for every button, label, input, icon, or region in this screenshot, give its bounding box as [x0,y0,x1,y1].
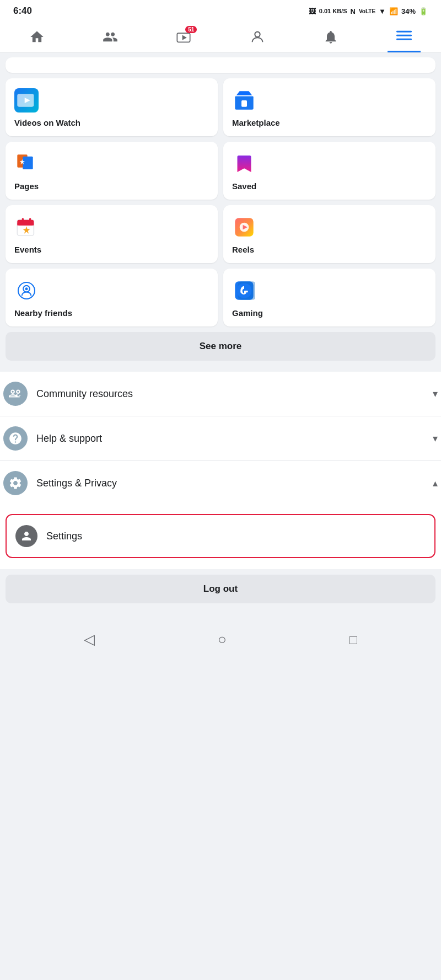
see-more-button[interactable]: See more [6,332,435,361]
status-bar: 6:40 🖼 0.01 KB/S N VoLTE ▼ 📶 34% 🔋 [0,0,441,20]
card-pages[interactable]: Pages [6,142,218,200]
card-events[interactable]: Events [6,205,218,263]
main-content: Videos on Watch Pages [0,53,441,617]
divider-1 [0,367,441,372]
time: 6:40 [13,6,32,17]
videos-watch-label: Videos on Watch [14,118,209,127]
card-reels[interactable]: Reels [223,205,435,263]
svg-rect-3 [396,31,412,33]
card-marketplace[interactable]: Marketplace [223,78,435,136]
friends-icon [103,29,118,47]
nav-menu[interactable] [388,23,421,52]
battery-icon: 🔋 [419,7,428,15]
nav-bar: 51 [0,20,441,53]
card-gaming[interactable]: Gaming [223,269,435,326]
card-nearby-friends[interactable]: Nearby friends [6,269,218,326]
cards-grid: Videos on Watch Pages [6,78,435,326]
settings-highlighted-wrapper: Settings [0,505,441,569]
image-icon: 🖼 [309,7,316,15]
settings-avatar [15,525,37,547]
reels-icon [232,215,256,239]
logout-button[interactable]: Log out [6,575,435,603]
partial-card-top [6,57,435,73]
nav-home[interactable] [20,25,53,52]
svg-rect-13 [17,223,34,225]
pages-label: Pages [14,181,209,191]
list-section: Community resources ▾ Help & support ▾ S… [0,372,441,569]
community-icon [3,382,28,406]
settings-label: Settings [46,531,82,542]
marketplace-icon [232,88,256,113]
nav-notifications[interactable] [314,25,347,52]
watch-badge: 51 [185,26,197,33]
network-info: 0.01 KB/S [319,8,347,14]
gaming-icon [232,279,256,303]
list-item-community[interactable]: Community resources ▾ [0,372,441,416]
bottom-nav: ◁ ○ □ [0,622,441,659]
svg-marker-1 [182,35,187,40]
saved-icon [232,152,256,176]
card-videos-watch[interactable]: Videos on Watch [6,78,218,136]
events-label: Events [14,245,209,254]
svg-rect-21 [241,100,247,107]
settings-item[interactable]: Settings [7,515,434,557]
help-chevron: ▾ [433,432,438,445]
settings-privacy-icon [3,471,28,495]
svg-point-2 [255,32,260,37]
svg-point-17 [18,282,35,299]
profile-icon [250,29,265,47]
svg-point-19 [25,287,28,290]
community-chevron: ▾ [433,388,438,400]
svg-rect-5 [396,39,412,40]
signal-icon: 📶 [389,7,398,15]
community-label: Community resources [36,388,433,400]
nearby-friends-label: Nearby friends [14,308,209,318]
marketplace-label: Marketplace [232,118,427,127]
saved-label: Saved [232,181,427,191]
reels-label: Reels [232,245,427,254]
settings-privacy-label: Settings & Privacy [36,478,433,489]
card-saved[interactable]: Saved [223,142,435,200]
home-circle-button[interactable]: ○ [218,631,227,648]
settings-privacy-chevron: ▴ [433,477,438,489]
pages-icon [14,152,39,176]
battery-percent: 34% [401,7,416,15]
nav-watch[interactable]: 51 [167,25,200,52]
settings-highlighted-container: Settings [6,514,435,558]
nav-profile[interactable] [241,25,274,52]
volte-icon: VoLTE [359,8,375,14]
svg-rect-9 [23,157,33,169]
svg-rect-27 [244,291,248,292]
help-icon [3,426,28,451]
recents-button[interactable]: □ [349,632,358,647]
bell-icon [323,29,338,47]
svg-rect-15 [29,218,31,222]
gaming-label: Gaming [232,308,427,318]
events-icon [14,215,39,239]
hamburger-icon [396,28,412,45]
svg-rect-14 [22,218,24,222]
status-icons: 🖼 0.01 KB/S N VoLTE ▼ 📶 34% 🔋 [309,7,428,15]
list-item-settings-privacy[interactable]: Settings & Privacy ▴ [0,461,441,505]
nearby-friends-icon [14,279,39,303]
list-item-help[interactable]: Help & support ▾ [0,416,441,461]
home-icon [29,29,45,47]
videos-watch-icon [14,88,39,113]
nfc-icon: N [351,7,356,15]
logout-section: Log out [6,575,435,612]
nav-friends[interactable] [94,25,127,52]
wifi-icon: ▼ [379,7,386,15]
help-label: Help & support [36,433,433,445]
svg-rect-4 [396,35,412,36]
back-button[interactable]: ◁ [84,631,95,648]
